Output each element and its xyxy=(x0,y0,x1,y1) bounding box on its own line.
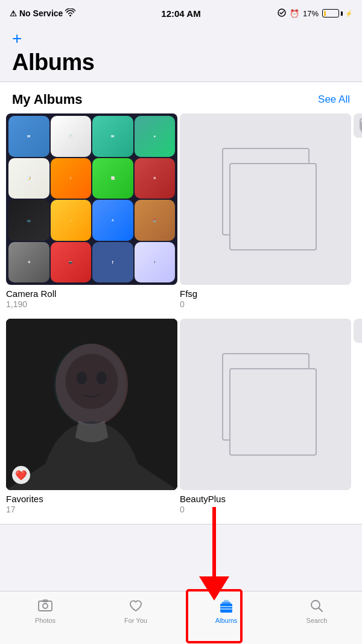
svg-rect-14 xyxy=(220,604,232,613)
album-count-beautyplus: 0 xyxy=(180,505,351,514)
status-time: 12:04 AM xyxy=(161,8,200,19)
svg-rect-11 xyxy=(39,601,52,611)
app-icon-settings: ⚙ xyxy=(8,242,49,283)
nav-bar: + xyxy=(0,27,362,47)
search-tab-icon xyxy=(308,598,325,614)
album-count-ffsg: 0 xyxy=(180,299,351,309)
person-silhouette: ❤️ xyxy=(6,319,177,490)
album-ffsg[interactable]: Ffsg 0 xyxy=(180,113,351,309)
app-icon-notes: 📝 xyxy=(8,158,49,199)
svg-line-20 xyxy=(319,608,323,612)
app-icon-itunes: ♪ xyxy=(51,200,92,241)
album-name-beautyplus: BeautyPlus xyxy=(180,494,351,504)
albums-row-2: ❤️ Favorites 17 BeautyPlus 0 xyxy=(0,319,362,524)
page-title: Albums xyxy=(12,49,350,75)
album-thumb-ffsg xyxy=(180,113,351,285)
album-name-favorites: Favorites xyxy=(6,494,177,504)
screen-mirror-icon xyxy=(278,8,286,19)
alarm-icon: ⏰ xyxy=(290,9,299,18)
tab-for-you-label: For You xyxy=(124,617,147,624)
section-divider xyxy=(0,524,362,524)
content-area: My Albums See All ✉ 🕐 🗺 ☀ 📝 ✓ 📈 N xyxy=(0,82,362,524)
see-all-button[interactable]: See All xyxy=(318,94,350,106)
battery-icon: ⚡ xyxy=(322,9,352,18)
app-icon-clock: 🕐 xyxy=(51,116,92,157)
svg-point-12 xyxy=(43,604,48,608)
album-thumb-camera-roll: ✉ 🕐 🗺 ☀ 📝 ✓ 📈 N 📺 ♪ A 📚 ⚙ 📷 xyxy=(6,113,177,285)
photos-tab-icon xyxy=(37,598,54,614)
app-icon-mail: ✉ xyxy=(8,116,49,157)
album-name-camera-roll: Camera Roll xyxy=(6,289,177,299)
section-header: My Albums See All xyxy=(0,82,362,113)
tab-albums[interactable]: Albums xyxy=(181,598,272,624)
album-count-camera-roll: 1,190 xyxy=(6,299,177,309)
app-icon-appstore: A xyxy=(92,200,133,241)
app-icon-maps: 🗺 xyxy=(92,116,133,157)
add-button[interactable]: + xyxy=(12,30,22,47)
app-icon-appletv: 📺 xyxy=(8,200,49,241)
heart-badge: ❤️ xyxy=(12,466,30,484)
status-bar: ⚠ No Service 12:04 AM ⏰ 17% ⚡ xyxy=(0,0,362,27)
tab-search[interactable]: Search xyxy=(272,598,362,624)
app-icon-facebook: f xyxy=(92,242,133,283)
status-right: ⏰ 17% ⚡ xyxy=(278,8,352,19)
wifi-icon xyxy=(65,8,75,18)
tab-bar: Photos For You Albums xyxy=(0,591,362,644)
app-icon-ibis: i xyxy=(135,242,176,283)
album-count-favorites: 17 xyxy=(6,505,177,514)
my-albums-title: My Albums xyxy=(12,92,83,107)
album-p-partial[interactable] xyxy=(354,319,362,514)
app-icon-weather: ☀ xyxy=(135,116,176,157)
album-camera-roll[interactable]: ✉ 🕐 🗺 ☀ 📝 ✓ 📈 N 📺 ♪ A 📚 ⚙ 📷 xyxy=(6,113,177,309)
albums-tab-icon xyxy=(218,598,235,614)
album-ir-partial[interactable] xyxy=(354,113,362,309)
tab-photos-label: Photos xyxy=(35,617,56,624)
warning-icon: ⚠ xyxy=(10,9,17,18)
for-you-tab-icon xyxy=(127,598,144,614)
carrier-text: No Service xyxy=(19,8,63,18)
album-thumb-favorites: ❤️ xyxy=(6,319,177,490)
svg-rect-16 xyxy=(224,600,229,602)
album-name-ffsg: Ffsg xyxy=(180,289,351,299)
svg-rect-15 xyxy=(222,602,230,604)
albums-row-1: ✉ 🕐 🗺 ☀ 📝 ✓ 📈 N 📺 ♪ A 📚 ⚙ 📷 xyxy=(0,113,362,319)
battery-percent: 17% xyxy=(303,9,319,18)
page-title-area: Albums xyxy=(0,47,362,82)
album-thumb-beautyplus xyxy=(180,319,351,490)
tab-albums-label: Albums xyxy=(215,617,238,624)
app-icon-stocks: 📈 xyxy=(92,158,133,199)
app-icon-books: 📚 xyxy=(135,200,176,241)
svg-point-7 xyxy=(54,344,126,426)
tab-photos[interactable]: Photos xyxy=(0,598,91,624)
app-icon-instagram: 📷 xyxy=(51,242,92,283)
stack-front xyxy=(229,163,317,250)
app-icon-reminders: ✓ xyxy=(51,158,92,199)
album-beautyplus[interactable]: BeautyPlus 0 xyxy=(180,319,351,514)
app-icon-news: N xyxy=(135,158,176,199)
status-left: ⚠ No Service xyxy=(10,8,75,18)
tab-for-you[interactable]: For You xyxy=(91,598,181,624)
album-favorites[interactable]: ❤️ Favorites 17 xyxy=(6,319,177,514)
tab-search-label: Search xyxy=(306,617,328,624)
